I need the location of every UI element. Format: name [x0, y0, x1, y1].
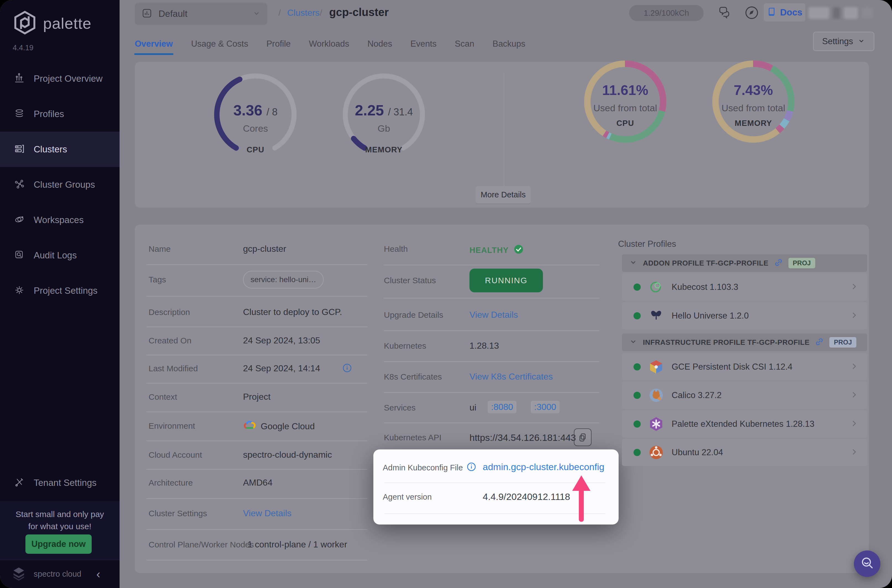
breadcrumb-link-clusters[interactable]: Clusters — [287, 8, 320, 18]
chevron-down-icon — [629, 258, 637, 268]
orbit-icon — [14, 214, 25, 226]
sidebar-item-cluster-groups[interactable]: Cluster Groups — [0, 167, 120, 202]
info-icon[interactable] — [466, 462, 477, 473]
status-dot — [634, 363, 641, 370]
health-label: Health — [384, 244, 408, 254]
cpu-gauge: 3.36 / 8 Cores CPU — [210, 69, 301, 160]
sidebar-item-audit-logs[interactable]: Audit Logs — [0, 238, 120, 273]
project-selector[interactable]: Default — [135, 3, 267, 25]
app-version: 4.4.19 — [13, 44, 33, 52]
breadcrumb-separator: / — [320, 8, 322, 18]
chevron-right-icon — [850, 390, 859, 400]
gear-icon — [14, 285, 25, 297]
cluster-settings-label: Cluster Settings — [149, 509, 207, 518]
cluster-status-label: Cluster Status — [384, 276, 436, 285]
cpu-gauge-value: 3.36 / 8 — [210, 102, 301, 119]
view-k8s-certificates-link[interactable]: View K8s Certificates — [470, 372, 553, 382]
kubernetes-api-label: Kubernetes API — [384, 433, 441, 442]
chevron-right-icon — [850, 310, 859, 321]
tab-profile[interactable]: Profile — [266, 39, 291, 49]
clusters-icon — [14, 143, 25, 155]
profile-pack-row-hello-universe[interactable]: Hello Universe 1.2.0 — [622, 302, 867, 329]
project-selector-label: Default — [159, 9, 188, 19]
infrastructure-profile-section-header[interactable]: INFRASTRUCTURE PROFILE TF-GCP-PROFILE PR… — [622, 333, 867, 351]
name-value: gcp-cluster — [243, 244, 286, 254]
docs-label: Docs — [780, 7, 802, 18]
brand: palette — [12, 10, 92, 36]
section-name: INFRASTRUCTURE PROFILE TF-GCP-PROFILE — [643, 338, 809, 347]
sidebar-item-label: Clusters — [34, 144, 67, 154]
promo-line1: Start small and only pay — [0, 501, 120, 520]
created-on-label: Created On — [149, 336, 191, 345]
chat-icon[interactable] — [717, 6, 731, 21]
profile-pack-row-palette-extended-k8s[interactable]: Palette eXtended Kubernetes 1.28.13 — [622, 411, 867, 438]
upgrade-now-button[interactable]: Upgrade now — [26, 534, 92, 554]
chevron-right-icon — [850, 419, 859, 429]
last-modified-value: 24 Sep 2024, 14:14 — [243, 363, 320, 374]
context-value: Project — [243, 392, 270, 402]
memory-gauge-title: MEMORY — [338, 145, 429, 154]
sidebar-item-profiles[interactable]: Profiles — [0, 96, 120, 132]
upgrade-view-details-link[interactable]: View Details — [470, 310, 518, 320]
copy-icon[interactable] — [574, 429, 592, 446]
memory-gauge-value: 2.25 / 31.4 — [338, 102, 429, 119]
service-port-link[interactable]: :8080 — [488, 401, 517, 413]
bar-chart-icon — [14, 73, 25, 85]
palette-logo-icon — [12, 10, 38, 36]
addon-profile-section-header[interactable]: ADDON PROFILE TF-GCP-PROFILE PROJ — [622, 254, 867, 272]
architecture-label: Architecture — [149, 478, 193, 488]
layers-icon — [14, 108, 25, 120]
pink-arrow-annotation — [572, 476, 591, 524]
chevron-down-icon — [252, 9, 261, 18]
kubernetes-version-value: 1.28.13 — [470, 340, 499, 351]
cluster-settings-view-details-link[interactable]: View Details — [243, 508, 291, 518]
tab-workloads[interactable]: Workloads — [309, 39, 349, 49]
docs-button[interactable]: Docs — [764, 3, 805, 21]
cpu-donut: 11.61% Used from total CPU — [582, 58, 668, 145]
description-value: Cluster to deploy to GCP. — [243, 307, 342, 317]
created-on-value: 24 Sep 2024, 13:05 — [243, 335, 320, 346]
tab-backups[interactable]: Backups — [493, 39, 525, 49]
settings-button[interactable]: Settings — [813, 32, 874, 51]
profile-pack-row-kubecost[interactable]: Kubecost 1.103.3 — [622, 274, 867, 301]
search-smile-icon — [860, 556, 874, 572]
sidebar-item-project-settings[interactable]: Project Settings — [0, 273, 120, 308]
sidebar-item-tenant-settings[interactable]: Tenant Settings — [0, 465, 120, 501]
architecture-value: AMD64 — [243, 478, 273, 488]
tags-label: Tags — [149, 275, 166, 284]
promo-line2: for what you use! — [0, 520, 120, 532]
service-port-link[interactable]: :3000 — [531, 401, 560, 413]
sidebar-collapse-chevron[interactable]: ‹ — [96, 568, 100, 580]
footer-brand-name: spectro cloud — [34, 570, 81, 579]
search-assistant-fab[interactable] — [854, 550, 880, 577]
sidebar-item-workspaces[interactable]: Workspaces — [0, 202, 120, 238]
cpu-gauge-title: CPU — [210, 145, 301, 154]
gce-persistent-disk-icon — [649, 359, 664, 375]
memory-donut-percent: 7.43% — [710, 82, 796, 98]
profile-pack-row-calico[interactable]: Calico 3.27.2 — [622, 382, 867, 409]
admin-kubeconfig-link[interactable]: admin.gcp-cluster.kubeconfig — [483, 462, 604, 472]
upgrade-details-label: Upgrade Details — [384, 310, 443, 320]
tab-events[interactable]: Events — [410, 39, 437, 49]
sidebar-item-project-overview[interactable]: Project Overview — [0, 61, 120, 96]
screenshot-stage: palette 4.4.19 Project Overview Profiles… — [0, 0, 892, 588]
chevron-down-icon — [629, 338, 637, 347]
sidebar-item-clusters[interactable]: Clusters — [0, 132, 120, 167]
network-icon — [14, 178, 25, 191]
info-icon[interactable] — [342, 363, 352, 374]
more-details-button[interactable]: More Details — [476, 186, 531, 204]
scope-badge: PROJ — [829, 337, 856, 348]
tab-nodes[interactable]: Nodes — [367, 39, 392, 49]
pack-name: Hello Universe 1.2.0 — [671, 311, 749, 321]
tab-usage-costs[interactable]: Usage & Costs — [191, 39, 248, 49]
sidebar-footer: spectro cloud ‹ — [0, 560, 120, 588]
profile-pack-row-ubuntu[interactable]: Ubuntu 22.04 — [622, 439, 867, 466]
sidebar-item-label: Tenant Settings — [34, 478, 97, 488]
profile-pack-row-gce-disk[interactable]: GCE Persistent Disk CSI 1.12.4 — [622, 353, 867, 380]
credits-usage-pill: 1.29/100kCh — [629, 5, 704, 21]
compass-icon[interactable] — [744, 5, 760, 21]
tab-scan[interactable]: Scan — [455, 39, 475, 49]
tab-overview[interactable]: Overview — [135, 39, 173, 49]
nodes-label: Control Plane/Worker Nodes — [149, 540, 254, 549]
cluster-status-badge: RUNNING — [470, 268, 543, 292]
